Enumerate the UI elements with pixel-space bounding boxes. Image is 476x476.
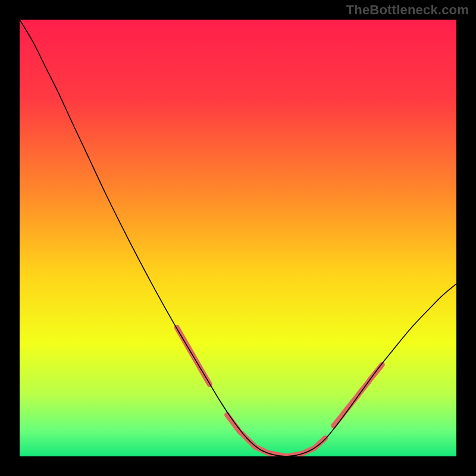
chart-frame: TheBottleneck.com (0, 0, 476, 476)
plot-area (20, 20, 456, 456)
chart-svg (20, 20, 456, 456)
gradient-background (20, 20, 456, 456)
watermark-text: TheBottleneck.com (346, 2, 469, 18)
